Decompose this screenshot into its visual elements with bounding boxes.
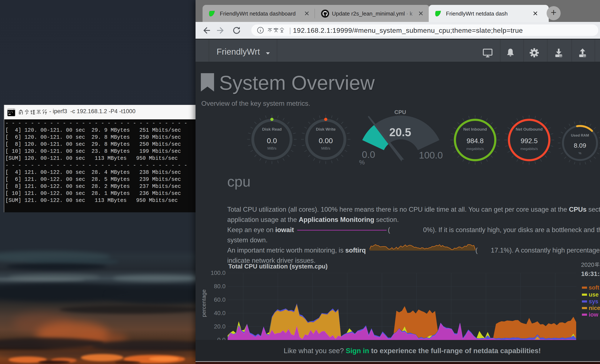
svg-text:C:\: C:\: [8, 111, 13, 114]
